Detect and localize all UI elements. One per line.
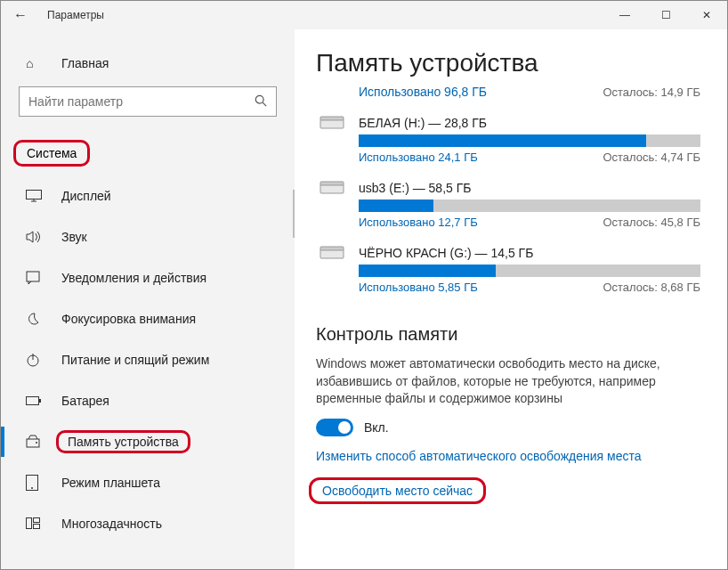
svg-rect-16	[34, 525, 40, 529]
notification-icon	[26, 271, 45, 285]
nav-focus[interactable]: Фокусировка внимания	[1, 298, 295, 339]
nav-label: Многозадачность	[61, 517, 162, 531]
drive-used-link[interactable]: Использовано 24,1 ГБ	[359, 151, 478, 164]
drive-row: БЕЛАЯ (H:) — 28,8 ГБ Использовано 24,1 Г…	[316, 115, 700, 164]
disk-icon	[316, 180, 348, 196]
nav-display[interactable]: Дисплей	[1, 175, 295, 216]
change-auto-free-link[interactable]: Изменить способ автоматического освобожд…	[316, 449, 700, 463]
sidebar: ⌂ Главная Система Дисплей Звук Уведомлен…	[1, 29, 295, 569]
drive-icon	[26, 435, 45, 449]
drive-name: БЕЛАЯ (H:) — 28,8 ГБ	[359, 116, 487, 130]
svg-rect-14	[27, 518, 32, 529]
moon-icon	[26, 312, 45, 326]
nav-label: Питание и спящий режим	[61, 353, 209, 367]
svg-point-13	[31, 487, 33, 489]
toggle-label: Вкл.	[364, 420, 389, 435]
drive-remain: Осталось: 4,74 ГБ	[603, 151, 700, 164]
svg-line-1	[263, 102, 266, 106]
svg-rect-9	[39, 399, 41, 403]
storage-sense-desc: Windows может автоматически освободить м…	[316, 355, 700, 408]
nav-home[interactable]: ⌂ Главная	[1, 51, 295, 86]
svg-rect-15	[34, 518, 40, 523]
nav-power[interactable]: Питание и спящий режим	[1, 339, 295, 380]
nav-label: Фокусировка внимания	[61, 312, 196, 326]
nav-storage[interactable]: Память устройства	[1, 421, 295, 462]
power-icon	[26, 353, 45, 367]
svg-rect-22	[320, 247, 344, 250]
nav-label: Звук	[61, 230, 87, 244]
back-button[interactable]: ←	[13, 7, 35, 23]
svg-point-0	[255, 95, 263, 103]
home-icon: ⌂	[26, 56, 45, 70]
drive-row: ЧЁРНО КРАСН (G:) — 14,5 ГБ Использовано …	[316, 245, 700, 294]
svg-point-11	[36, 442, 37, 444]
disk-icon	[316, 115, 348, 131]
usage-bar[interactable]	[359, 200, 700, 212]
window-title: Параметры	[47, 9, 104, 21]
multitask-icon	[26, 517, 45, 530]
nav-label: Режим планшета	[61, 476, 160, 490]
nav-tablet[interactable]: Режим планшета	[1, 462, 295, 503]
overall-used-link[interactable]: Использовано 96,8 ГБ	[359, 85, 487, 99]
drive-used-link[interactable]: Использовано 12,7 ГБ	[359, 216, 478, 229]
monitor-icon	[26, 190, 45, 202]
nav-label: Батарея	[61, 394, 109, 408]
speaker-icon	[26, 231, 45, 243]
nav-notifications[interactable]: Уведомления и действия	[1, 257, 295, 298]
nav-home-label: Главная	[61, 56, 109, 70]
nav-sound[interactable]: Звук	[1, 216, 295, 257]
page-title: Память устройства	[316, 49, 700, 77]
search-input[interactable]	[28, 94, 255, 109]
search-icon	[255, 94, 267, 110]
drive-row: usb3 (E:) — 58,5 ГБ Использовано 12,7 ГБ…	[316, 180, 700, 229]
nav-multitask[interactable]: Многозадачность	[1, 503, 295, 544]
minimize-button[interactable]: —	[604, 1, 645, 29]
nav-label: Дисплей	[61, 189, 111, 203]
nav-battery[interactable]: Батарея	[1, 380, 295, 421]
drive-remain: Осталось: 45,8 ГБ	[603, 216, 700, 229]
svg-rect-20	[320, 182, 344, 185]
window-controls: — ☐ ✕	[604, 1, 727, 29]
drive-remain: Осталось: 8,68 ГБ	[603, 281, 700, 294]
nav-label: Память устройства	[56, 430, 190, 453]
battery-icon	[26, 395, 45, 406]
drive-name: ЧЁРНО КРАСН (G:) — 14,5 ГБ	[359, 246, 533, 260]
tablet-icon	[26, 475, 45, 491]
usage-bar[interactable]	[359, 134, 700, 147]
drive-used-link[interactable]: Использовано 5,85 ГБ	[359, 281, 478, 294]
titlebar: ← Параметры — ☐ ✕	[1, 1, 727, 29]
svg-rect-8	[27, 397, 39, 405]
content-pane: Память устройства Использовано 96,8 ГБ О…	[295, 29, 727, 569]
maximize-button[interactable]: ☐	[645, 1, 686, 29]
svg-rect-10	[27, 439, 39, 447]
svg-rect-18	[320, 117, 344, 120]
svg-rect-5	[27, 272, 39, 281]
disk-icon	[316, 245, 348, 261]
search-box[interactable]	[19, 86, 277, 117]
close-button[interactable]: ✕	[686, 1, 727, 29]
usage-bar[interactable]	[359, 265, 700, 277]
svg-rect-2	[27, 191, 42, 200]
nav-label: Уведомления и действия	[61, 271, 206, 285]
storage-sense-heading: Контроль памяти	[316, 324, 700, 345]
free-space-now-link[interactable]: Освободить место сейчас	[309, 477, 486, 504]
storage-sense-toggle[interactable]	[316, 419, 353, 436]
section-system[interactable]: Система	[13, 140, 90, 167]
overall-remain: Осталось: 14,9 ГБ	[603, 86, 700, 99]
drive-name: usb3 (E:) — 58,5 ГБ	[359, 181, 472, 195]
